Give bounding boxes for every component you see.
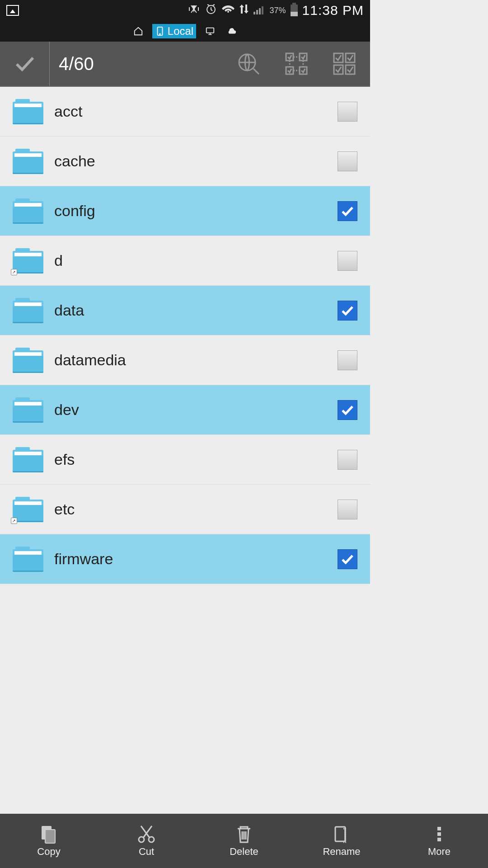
battery-percentage: 37% [270,6,286,15]
svg-rect-14 [346,53,355,62]
file-row[interactable]: acct [0,87,370,137]
folder-icon [13,298,43,323]
gallery-icon [6,5,19,16]
status-bar: 37% 11:38 PM [0,0,370,21]
svg-rect-16 [346,65,355,74]
checkbox[interactable] [338,350,357,370]
checkbox[interactable] [338,151,357,171]
wifi-icon [222,4,235,17]
file-name: cache [54,152,338,170]
home-icon [133,26,143,36]
tab-cloud[interactable] [224,25,239,37]
alarm-icon [205,3,217,18]
tab-local-label: Local [168,25,193,38]
svg-rect-4 [262,6,263,14]
folder-icon [13,397,43,423]
checkbox[interactable] [338,500,357,519]
file-row[interactable]: efs [0,435,370,485]
computer-icon [205,26,215,36]
phone-icon [155,26,165,36]
cloud-icon [227,26,237,36]
tab-local[interactable]: Local [152,24,196,38]
file-name: d [54,252,338,269]
battery-icon [291,5,298,16]
file-row[interactable]: data [0,286,370,335]
clock: 11:38 PM [302,3,364,18]
checkbox[interactable] [338,450,357,470]
file-row[interactable]: ↗d [0,236,370,286]
tab-home[interactable] [131,25,146,37]
file-row[interactable]: dev [0,385,370,435]
file-row[interactable]: cache [0,137,370,186]
signal-icon [253,4,265,17]
folder-icon [13,198,43,224]
file-name: acct [54,103,338,120]
file-row[interactable]: datamedia [0,335,370,385]
folder-icon [13,547,43,572]
svg-point-6 [160,34,160,35]
shortcut-badge-icon: ↗ [11,518,17,524]
file-row[interactable]: ↗etc [0,485,370,534]
folder-icon [13,149,43,174]
file-name: dev [54,401,338,419]
svg-rect-3 [259,8,261,14]
done-button[interactable] [0,42,50,86]
file-name: data [54,302,338,319]
selection-action-bar: 4/60 [0,42,370,87]
checkbox[interactable] [338,549,357,569]
file-name: efs [54,451,338,468]
file-list[interactable]: acctcacheconfig↗ddatadatamediadevefs↗etc… [0,87,370,584]
folder-icon [13,99,43,124]
svg-rect-13 [334,53,343,62]
location-tabs: Local [0,21,370,42]
folder-icon [13,447,43,472]
checkbox[interactable] [338,201,357,221]
selection-count: 4/60 [50,54,236,74]
svg-rect-1 [253,12,255,14]
checkbox[interactable] [338,301,357,321]
file-row[interactable]: firmware [0,534,370,584]
file-name: firmware [54,550,338,568]
checkbox[interactable] [338,251,357,271]
svg-rect-15 [334,65,343,74]
search-web-button[interactable] [236,52,261,76]
folder-icon: ↗ [13,248,43,274]
file-name: etc [54,500,338,518]
select-all-button[interactable] [332,52,357,76]
svg-rect-7 [206,28,214,33]
sync-icon [239,4,249,17]
folder-icon [13,348,43,373]
tab-lan[interactable] [202,25,218,37]
shortcut-badge-icon: ↗ [11,269,17,275]
vibrate-icon [188,4,200,17]
file-name: config [54,202,338,220]
file-name: datamedia [54,351,338,369]
select-range-button[interactable] [284,52,309,76]
checkbox[interactable] [338,102,357,122]
svg-rect-2 [256,10,258,14]
checkbox[interactable] [338,400,357,420]
file-row[interactable]: config [0,186,370,236]
folder-icon: ↗ [13,497,43,522]
